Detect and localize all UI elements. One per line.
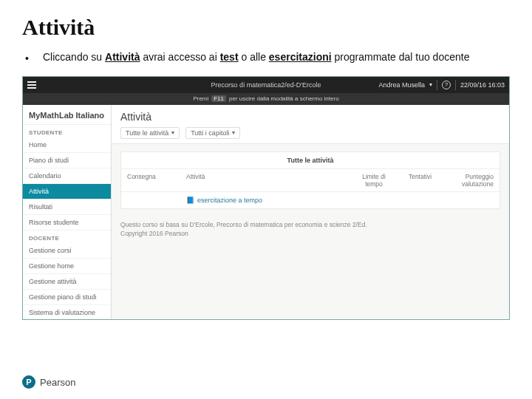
course-footnote: Questo corso si basa su D'Ercole, Precor… [120,221,500,239]
sidebar: MyMathLab Italiano STUDENTE Home Piano d… [23,105,112,319]
app-brand: MyMathLab Italiano [23,105,111,125]
page-title: Attività [120,111,500,123]
separator [455,80,456,90]
sidebar-item-home[interactable]: Home [23,137,111,153]
bullet-emph: Attività [105,51,140,63]
hint-text: Premi [193,95,208,102]
sidebar-section-student: STUDENTE [23,125,111,137]
table-header: Consegna Attività Limite di tempo Tentat… [121,169,499,192]
bullet-part: Cliccando su [43,51,105,63]
sidebar-item-manage-activities[interactable]: Gestione attività [23,274,111,290]
col-due: Consegna [121,169,180,191]
book-icon: 📘 [186,197,194,204]
sidebar-item-grading-system[interactable]: Sistema di valutazione [23,305,111,320]
bullet-emph: test [220,51,239,63]
pearson-wordmark: Pearson [40,377,75,388]
sidebar-item-student-resources[interactable]: Risorse studente [23,215,111,231]
bullet-part: programmate dal tuo docente [332,51,470,63]
help-icon[interactable]: ? [442,81,451,89]
main-content: Attività Tutte le attività ▾ Tutti i cap… [112,105,509,319]
separator [437,80,437,90]
sidebar-item-activities[interactable]: Attività [23,184,111,200]
slide-title: Attività [22,15,510,40]
footnote-line: Copyright 2016 Pearson [120,230,500,239]
bullet-text: Cliccando su Attività avrai accesso ai t… [43,50,469,66]
bullet-part: avrai accesso ai [140,51,220,63]
chevron-down-icon[interactable]: ▾ [429,81,432,88]
pearson-logo: P Pearson [22,375,75,389]
panel-heading: Tutte le attività [121,152,499,169]
sidebar-item-manage-courses[interactable]: Gestione corsi [23,243,111,259]
sidebar-section-teacher: DOCENTE [23,231,111,243]
bullet-emph: esercitazioni [269,51,332,63]
sidebar-item-manage-home[interactable]: Gestione home [23,259,111,274]
activities-panel: Tutte le attività Consegna Attività Limi… [120,151,500,209]
col-score: Punteggio valutazione [440,169,499,191]
datetime: 22/09/16 16:03 [460,81,505,89]
filter-label: Tutti i capitoli [191,129,229,137]
bullet-dot-icon: • [25,50,30,66]
sidebar-item-studyplan[interactable]: Piano di studi [23,153,111,168]
key-f11: F11 [211,95,226,102]
fullscreen-hint-bar: Premi F11 per uscire dalla modalità a sc… [23,93,509,105]
filter-all-activities[interactable]: Tutte le attività ▾ [120,127,180,139]
pearson-p-icon: P [22,375,35,389]
col-activity: Attività [180,169,348,191]
activity-link[interactable]: esercitazione a tempo [197,197,262,204]
chevron-down-icon: ▾ [232,129,235,136]
sidebar-item-calendar[interactable]: Calendario [23,168,111,184]
user-name[interactable]: Andrea Musella [378,81,425,89]
bullet-part: o alle [239,51,269,63]
hint-text: per uscire dalla modalità a schermo inte… [229,95,339,102]
sidebar-item-manage-studyplan[interactable]: Gestione piano di studi [23,290,111,305]
filter-label: Tutte le attività [126,129,168,137]
course-title: Precorso di matematica2/ed-D'Ercole [211,81,321,89]
slide-bullet: • Cliccando su Attività avrai accesso ai… [22,50,510,66]
chevron-down-icon: ▾ [171,129,174,136]
app-topbar: Precorso di matematica2/ed-D'Ercole Andr… [23,77,509,93]
menu-icon[interactable] [27,81,36,89]
footnote-line: Questo corso si basa su D'Ercole, Precor… [120,221,500,230]
filter-all-chapters[interactable]: Tutti i capitoli ▾ [185,127,240,139]
app-screenshot: Precorso di matematica2/ed-D'Ercole Andr… [22,76,510,320]
sidebar-item-results[interactable]: Risultati [23,200,111,215]
col-timelimit: Limite di tempo [348,169,400,191]
col-attempts: Tentativi [400,169,440,191]
table-row[interactable]: 📘esercitazione a tempo [121,192,499,208]
